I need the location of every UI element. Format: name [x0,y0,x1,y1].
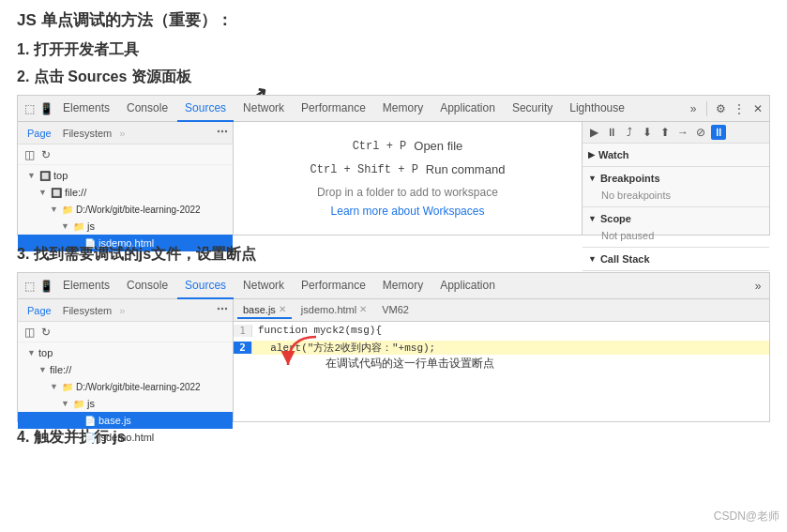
sidebar-refresh-icon[interactable]: ↻ [38,147,53,162]
tab-lighthouse-1[interactable]: Lighthouse [562,96,632,122]
tab-security-1[interactable]: Security [505,96,560,122]
sidebar-tab-page-2[interactable]: Page [22,303,57,318]
sidebar-icons-row-2: ◫ ↻ [18,322,233,342]
devtools-panel-2: ⬚ 📱 Elements Console Sources Network Per… [17,272,770,422]
sources-sidebar-2: Page Filesystem » ◫ ↻ ▼top [18,299,234,421]
close-icon[interactable]: ✕ [750,101,765,116]
more-tabs-icon-2[interactable]: » [750,279,765,294]
scope-label: Scope [600,213,631,224]
tree-item-top[interactable]: ▼ 🔲 top [18,167,233,184]
toolbar-right-icons-2: » [750,279,765,294]
pause-exceptions-btn[interactable]: ⏸ [711,125,726,140]
pause-btn[interactable]: ⏸ [604,125,619,140]
sidebar-more-btn-1[interactable] [216,125,229,141]
sidebar-tab-filesystem-1[interactable]: Filesystem [57,126,118,141]
tab-console-2[interactable]: Console [119,273,175,299]
tab-memory-1[interactable]: Memory [375,96,431,122]
sidebar-more-btn-2[interactable] [216,302,229,318]
sidebar-subtabs-1: Page Filesystem » [18,122,233,144]
sidebar-collapse-icon[interactable]: ◫ [22,147,37,162]
devtools-body-1: Page Filesystem » ◫ ↻ ▼ 🔲 top [18,122,769,235]
inspect-icon[interactable]: ⬚ [22,101,37,116]
workspace-link[interactable]: Learn more about Workspaces [331,205,485,218]
sources-right-1: ▶ ⏸ ⤴ ⬇ ⬆ → ⊘ ⏸ ▶ Watch [582,122,769,235]
file-tab-basejs[interactable]: base.js ✕ [237,302,292,319]
tab-application-1[interactable]: Application [432,96,503,122]
watch-label: Watch [598,149,629,160]
close-basejs[interactable]: ✕ [279,304,286,314]
scope-section: ▼ Scope Not paused [583,207,769,248]
device-icon-2[interactable]: 📱 [38,279,53,294]
tab-network-2[interactable]: Network [235,273,292,299]
no-breakpoints-text: No breakpoints [588,186,764,203]
sidebar-tab-page-1[interactable]: Page [22,126,57,141]
devtools-toolbar-2: ⬚ 📱 Elements Console Sources Network Per… [18,273,769,299]
tab-elements-1[interactable]: Elements [55,96,117,122]
red-arrow-svg [269,327,325,384]
tab-application-2[interactable]: Application [432,273,503,299]
file-tree-1: ▼ 🔲 top ▼ 🔲 file:// ▼ 📁 D:/Work/git/bite… [18,165,233,253]
more-tabs-icon[interactable]: » [686,101,701,116]
breakpoints-header[interactable]: ▼ Breakpoints [588,171,764,186]
sidebar-refresh-icon-2[interactable]: ↻ [38,325,53,340]
tab-elements-2[interactable]: Elements [55,273,117,299]
sidebar-icons-row-1: ◫ ↻ [18,144,233,165]
tab-performance-2[interactable]: Performance [294,273,373,299]
device-icon[interactable]: 📱 [38,101,53,116]
tree2-item-top[interactable]: ▼top [18,344,233,361]
tree2-item-file[interactable]: ▼file:// [18,361,233,378]
svg-point-5 [225,308,227,310]
inspect-icon-2[interactable]: ⬚ [22,279,37,294]
file-tab-jsdemo[interactable]: jsdemo.html ✕ [295,302,372,319]
tab-performance-1[interactable]: Performance [294,96,373,122]
step-into-btn[interactable]: ⬇ [640,125,655,140]
settings-icon[interactable]: ⚙ [713,101,728,116]
svg-point-4 [221,308,223,310]
file-tab-vm62[interactable]: VM62 [376,302,415,319]
shortcut1-action: Open file [414,139,462,153]
tree-item-dir[interactable]: ▼ 📁 D:/Work/git/bite-learning-2022 [18,201,233,218]
resume-btn[interactable]: ▶ [586,125,601,140]
breakpoints-label: Breakpoints [600,173,660,184]
sidebar-tab-filesystem-2[interactable]: Filesystem [57,303,118,318]
more-options-icon[interactable]: ⋮ [732,101,747,116]
scope-header[interactable]: ▼ Scope [588,211,764,226]
watch-arrow: ▶ [588,150,595,160]
tab-console-1[interactable]: Console [119,96,175,122]
tab-network-1[interactable]: Network [235,96,292,122]
tree2-item-dir[interactable]: ▼ 📁 D:/Work/git/bite-learning-2022 [18,378,233,395]
shortcut2-action: Run command [426,162,506,176]
page-title: JS 单点调试的方法（重要）： [17,9,770,31]
tree-item-file[interactable]: ▼ 🔲 file:// [18,184,233,201]
tab-sources-2[interactable]: Sources [177,273,234,299]
deactivate-btn[interactable]: ⊘ [693,125,708,140]
tree2-item-js[interactable]: ▼ 📁 js [18,395,233,412]
step-out-btn[interactable]: ⬆ [658,125,673,140]
file-tabs-bar: base.js ✕ jsdemo.html ✕ VM62 [234,299,769,322]
step2-heading: 2. 点击 Sources 资源面板 ↗ [17,68,770,87]
tree2-item-jsdemo[interactable]: 📄 jsdemo.html [18,429,233,446]
tree2-item-basejs[interactable]: 📄 base.js [18,412,233,429]
step-btn[interactable]: → [675,125,690,140]
page-content: JS 单点调试的方法（重要）： 1. 打开开发者工具 2. 点击 Sources… [0,0,787,457]
watch-header[interactable]: ▶ Watch [588,147,764,162]
devtools-toolbar-1: ⬚ 📱 Elements Console Sources Network Per… [18,96,769,122]
watch-section: ▶ Watch [583,144,769,167]
breakpoints-arrow: ▼ [588,174,597,183]
tab-memory-2[interactable]: Memory [375,273,431,299]
sidebar-collapse-icon-2[interactable]: ◫ [22,325,37,340]
devtools-panel-1: ⬚ 📱 Elements Console Sources Network Per… [17,95,770,236]
tree-item-js[interactable]: ▼ 📁 js [18,218,233,235]
shortcut2-keys: Ctrl + Shift + P [310,163,418,176]
step-over-btn[interactable]: ⤴ [622,125,637,140]
sources-sidebar-1: Page Filesystem » ◫ ↻ ▼ 🔲 top [18,122,234,235]
sources-main-1: Ctrl + P Open file Ctrl + Shift + P Run … [234,122,582,235]
scope-arrow: ▼ [588,214,597,223]
step1-heading: 1. 打开开发者工具 [17,40,770,60]
line-num-2[interactable]: 2 [234,342,252,354]
tab-sources-1[interactable]: Sources [177,96,234,122]
breakpoints-section: ▼ Breakpoints No breakpoints [583,167,769,207]
drop-text: Drop in a folder to add to workspace [317,186,498,199]
line-code-2: alert("方法2收到内容："+msg); [252,341,769,355]
close-jsdemo[interactable]: ✕ [359,304,367,314]
